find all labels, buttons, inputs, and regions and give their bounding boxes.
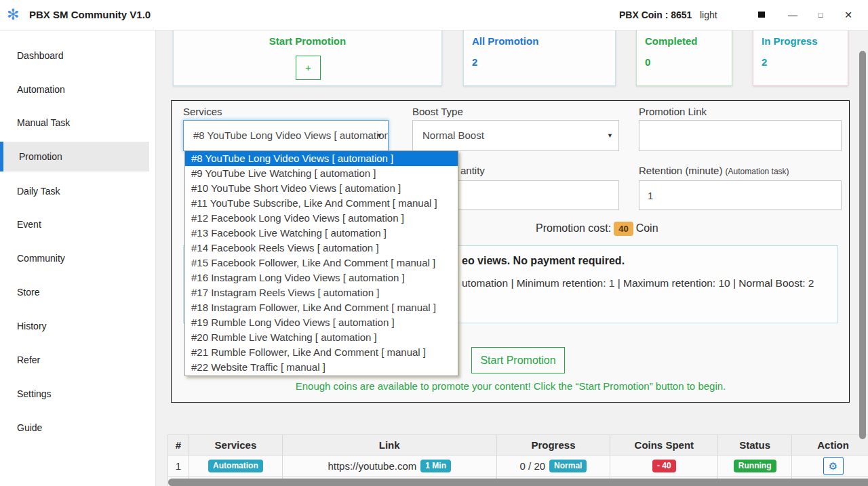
promotion-link-input[interactable]	[639, 120, 842, 151]
services-option[interactable]: #15 Facebook Follower, Like And Comment …	[185, 256, 458, 270]
chevron-down-icon: ▼	[376, 121, 382, 150]
card-all-promotion-count: 2	[472, 56, 615, 68]
minimize-button[interactable]: —	[781, 5, 804, 24]
sidebar: Dashboard Automation Manual Task Promoti…	[0, 31, 156, 486]
promotion-cost-prefix: Promotion cost:	[536, 222, 611, 234]
services-option[interactable]: #11 YouTube Subscribe, Like And Comment …	[185, 196, 458, 211]
services-label: Services	[183, 106, 222, 117]
card-all-promotion-title: All Promotion	[472, 35, 615, 47]
card-completed: Completed 0	[636, 26, 732, 86]
black-square-indicator[interactable]	[758, 12, 765, 18]
card-completed-title: Completed	[645, 35, 732, 47]
app-window: ✻ PBX SM Community V1.0 PBX Coin : 8651 …	[0, 0, 868, 486]
card-all-promotion: All Promotion 2	[463, 26, 616, 86]
col-header-progress: Progress	[497, 435, 611, 455]
services-option[interactable]: #12 Facebook Long Video Views [ automati…	[185, 211, 458, 226]
promotion-cost-suffix: Coin	[636, 222, 658, 234]
coin-balance: PBX Coin : 8651	[619, 9, 692, 20]
promotion-link-text: https://youtube.com	[328, 460, 416, 472]
sidebar-item-daily-task[interactable]: Daily Task	[0, 176, 149, 206]
card-in-progress-title: In Progress	[762, 35, 848, 47]
table-header-row: # Services Link Progress Coins Spent Sta…	[168, 435, 868, 455]
retention-label-note: (Automation task)	[726, 167, 789, 176]
services-selected-value: #8 YouTube Long Video Views [ automation…	[193, 129, 389, 141]
services-dropdown-list: #8 YouTube Long Video Views [ automation…	[184, 150, 458, 376]
card-in-progress: In Progress 2	[753, 26, 848, 86]
add-promotion-button[interactable]: +	[296, 56, 321, 80]
service-info-line1: eo views. No payment required.	[462, 255, 625, 267]
retention-badge: 1 Min	[420, 460, 451, 472]
sidebar-item-refer[interactable]: Refer	[0, 345, 149, 375]
chevron-down-icon: ▼	[607, 121, 613, 150]
retention-label: Retention (minute) (Automation task)	[639, 165, 789, 176]
theme-label[interactable]: light	[700, 9, 717, 20]
card-start-promotion: Start Promotion +	[173, 26, 442, 86]
status-badge: Running	[734, 460, 776, 472]
boost-type-badge: Normal	[549, 460, 587, 472]
maximize-button[interactable]: □	[809, 5, 832, 24]
vertical-scrollbar[interactable]	[859, 51, 866, 439]
boost-type-label: Boost Type	[412, 106, 463, 117]
sidebar-item-manual-task[interactable]: Manual Task	[0, 108, 149, 138]
sidebar-item-settings[interactable]: Settings	[0, 379, 149, 409]
sidebar-item-automation[interactable]: Automation	[0, 75, 149, 104]
title-bar: ✻ PBX SM Community V1.0 PBX Coin : 8651 …	[0, 0, 868, 31]
retention-label-text: Retention (minute)	[639, 165, 722, 176]
col-header-status: Status	[718, 435, 792, 455]
col-header-services: Services	[189, 435, 283, 455]
col-header-link: Link	[283, 435, 497, 455]
services-option[interactable]: #9 YouTube Live Watching [ automation ]	[185, 166, 458, 181]
sidebar-item-promotion[interactable]: Promotion	[0, 142, 149, 171]
close-button[interactable]: ✕	[837, 5, 860, 24]
sidebar-item-store[interactable]: Store	[0, 277, 149, 307]
sidebar-item-community[interactable]: Community	[0, 243, 149, 273]
services-option[interactable]: #20 Rumble Live Watching [ automation ]	[185, 330, 458, 345]
gear-icon: ⚙	[829, 460, 837, 472]
service-type-badge: Automation	[208, 460, 263, 472]
services-select[interactable]: #8 YouTube Long Video Views [ automation…	[183, 120, 389, 151]
sidebar-item-history[interactable]: History	[0, 311, 149, 341]
services-option[interactable]: #8 YouTube Long Video Views [ automation…	[185, 151, 458, 166]
start-promotion-button[interactable]: Start Promotion	[471, 347, 565, 373]
row-number: 1	[168, 455, 189, 477]
col-header-action: Action	[792, 435, 868, 455]
card-in-progress-count: 2	[762, 56, 848, 68]
app-title: PBX SM Community V1.0	[29, 9, 151, 20]
app-logo-icon: ✻	[7, 5, 19, 24]
services-option[interactable]: #22 Website Traffic [ manual ]	[185, 360, 458, 375]
services-option[interactable]: #17 Instagram Reels Views [ automation ]	[185, 285, 458, 300]
row-settings-button[interactable]: ⚙	[823, 457, 844, 475]
services-option[interactable]: #21 Rumble Follower, Like And Comment [ …	[185, 345, 458, 360]
services-option[interactable]: #14 Facebook Reels Views [ automation ]	[185, 241, 458, 256]
services-option[interactable]: #13 Facebook Live Watching [ automation …	[185, 226, 458, 241]
service-info-line2: utomation | Minimum retention: 1 | Maxim…	[462, 277, 814, 289]
sidebar-item-guide[interactable]: Guide	[0, 413, 149, 443]
progress-text: 0 / 20	[520, 460, 546, 472]
promotion-cost-badge: 40	[614, 222, 633, 236]
coins-available-message: Enough coins are available to promote yo…	[172, 380, 850, 392]
promotion-cost-line: Promotion cost:40Coin	[536, 222, 658, 236]
sidebar-item-event[interactable]: Event	[0, 209, 149, 239]
boost-type-select[interactable]: Normal Boost ▼	[412, 120, 619, 151]
promotion-link-label: Promotion Link	[639, 106, 707, 117]
services-option[interactable]: #18 Instagram Follower, Like And Comment…	[185, 300, 458, 315]
col-header-num: #	[168, 435, 189, 455]
sidebar-item-dashboard[interactable]: Dashboard	[0, 41, 149, 70]
boost-type-selected-value: Normal Boost	[422, 129, 484, 141]
services-option[interactable]: #10 YouTube Short Video Views [ automati…	[185, 181, 458, 196]
retention-input[interactable]	[639, 180, 842, 210]
col-header-coins-spent: Coins Spent	[610, 435, 718, 455]
services-option[interactable]: #19 Rumble Long Video Views [ automation…	[185, 315, 458, 330]
coins-spent-badge: - 40	[652, 460, 676, 472]
quantity-label: antity	[460, 165, 485, 176]
card-start-promotion-title: Start Promotion	[174, 35, 441, 47]
horizontal-scrollbar[interactable]	[168, 479, 868, 486]
table-row: 1 Automation https://youtube.com 1 Min 0…	[168, 455, 868, 477]
services-option[interactable]: #16 Instagram Long Video Views [ automat…	[185, 270, 458, 285]
card-completed-count: 0	[645, 56, 732, 68]
